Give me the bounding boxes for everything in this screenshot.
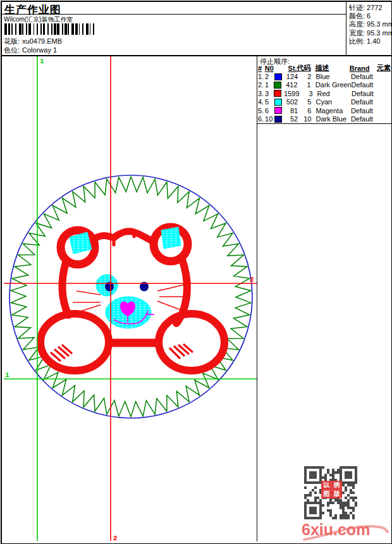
qr-module [319,502,322,504]
qr-module [314,481,317,484]
qr-module [307,499,309,502]
qr-module [355,497,357,499]
qr-module [304,469,307,471]
qr-module [337,469,340,471]
qr-module [332,476,334,479]
qr-module [347,474,350,476]
qr-module [345,476,347,479]
qr-module [304,497,307,499]
qr-module [319,474,322,476]
qr-module [352,507,355,509]
qr-module [309,476,312,479]
whisker-stitch [157,285,185,291]
qr-module [309,471,312,474]
cyan-fill-stitch [161,227,181,249]
qr-module [327,469,329,471]
qr-module [307,494,309,497]
qr-module [352,499,355,502]
qr-module [352,491,355,494]
qr-module [309,491,312,494]
qr-module [355,502,357,504]
qr-module [314,476,317,479]
qr-module [347,466,350,469]
qr-module [342,502,345,504]
qr-module [304,466,307,469]
qr-module [314,497,317,499]
qr-module [304,479,307,481]
qr-module [347,476,350,479]
qr-module [345,471,347,474]
qr-module [324,476,327,479]
qr-module [322,476,324,479]
qr-module [350,484,352,486]
qr-module [350,474,352,476]
qr-module [304,494,307,497]
qr-module [347,471,350,474]
qr-module [355,476,357,479]
embroidery-design-canvas: 1122 [2,2,391,543]
qr-module [347,502,350,504]
bear-outline-stitch [62,263,68,315]
qr-module [319,509,322,512]
guide-label: 1 [5,371,9,379]
qr-module [340,469,342,471]
qr-module [342,484,345,486]
qr-module [304,476,307,479]
qr-module [340,474,342,476]
qr-module [314,491,317,494]
qr-module [332,469,334,471]
qr-module [319,471,322,474]
qr-module [332,471,334,474]
qr-module [317,497,319,499]
qr-module [317,466,319,469]
qr-module [304,474,307,476]
qr-module [312,471,314,474]
qr-module [312,507,314,509]
qr-module [355,479,357,481]
qr-module [345,474,347,476]
qr-module [317,502,319,504]
qr-module [340,466,342,469]
qr-module [319,476,322,479]
qr-module [304,486,307,489]
qr-module [345,466,347,469]
cyan-fill-stitch [70,232,92,254]
qr-module [327,471,329,474]
qr-module [319,466,322,469]
qr-module [355,481,357,484]
qr-module [347,504,350,507]
qr-module [319,469,322,471]
qr-module [309,494,312,497]
guide-label: 2 [113,535,118,542]
stamp-character: 绣 [332,481,343,490]
qr-module [319,499,322,502]
qr-module [350,491,352,494]
qr-module [312,476,314,479]
qr-module [319,504,322,507]
qr-module [337,471,340,474]
qr-module [342,491,345,494]
qr-module [340,476,342,479]
production-worksheet: 生产作业图 Wilcom(汇京)装饰工作室 花版:xu0479.EMB 色位:C… [1,1,392,544]
qr-module [355,474,357,476]
qr-module [312,481,314,484]
qr-module [355,469,357,471]
qr-module [304,504,307,507]
qr-module [309,509,312,512]
whisker-stitch [77,305,101,312]
qr-module [342,481,345,484]
qr-module [347,499,350,502]
qr-module [345,481,347,484]
qr-module [309,502,312,504]
qr-module [319,507,322,509]
qr-module [350,507,352,509]
qr-module [342,466,345,469]
bear-outline-stitch [159,314,224,371]
guide-label: 2 [250,276,254,283]
qr-module [345,489,347,491]
qr-module [304,509,307,512]
qr-module [340,499,342,502]
qr-module [312,502,314,504]
whisker-stitch [77,291,101,295]
qr-module [314,486,317,489]
